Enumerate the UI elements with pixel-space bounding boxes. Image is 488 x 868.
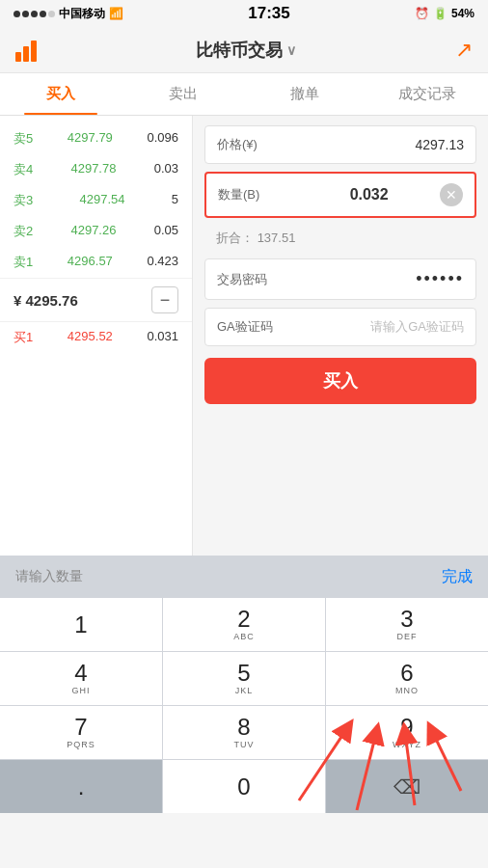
buy-order-1: 买1 4295.52 0.031 [0,322,192,353]
main-content: 卖5 4297.79 0.096 卖4 4297.78 0.03 卖3 4297… [0,116,488,556]
sell3-price: 4297.54 [80,192,125,209]
key-7[interactable]: 7 PQRS [0,706,162,759]
battery-label: 54% [451,7,474,20]
qty-input[interactable] [312,186,389,203]
status-bar: 中国移动 📶 17:35 ⏰ 🔋 54% [0,0,488,27]
key-3[interactable]: 3 DEF [326,598,488,651]
qty-label: 数量(B) [218,186,259,203]
signal-dots [14,11,55,17]
delete-icon: ⌫ [393,775,420,799]
ga-placeholder: 请输入GA验证码 [370,318,464,336]
numeric-keyboard: 1 2 ABC 3 DEF 4 GHI 5 JKL 6 MNO 7 PQRS 8… [0,598,488,813]
price-field-row: 价格(¥) 4297.13 [204,125,476,164]
key-9[interactable]: 9 WXYZ [326,706,488,759]
buy1-price: 4295.52 [68,329,113,346]
discount-label: 折合： [216,231,254,245]
tab-buy[interactable]: 买入 [0,73,122,115]
sell-order-5: 卖5 4297.79 0.096 [0,123,192,154]
sell1-label: 卖1 [14,254,33,271]
keyboard-done-button[interactable]: 完成 [442,567,473,587]
qty-field-row[interactable]: 数量(B) ✕ [204,172,476,218]
key-dot[interactable]: . [0,760,162,813]
sell2-label: 卖2 [14,223,33,240]
trend-icon[interactable]: ↗ [455,38,473,63]
carrier-label: 中国移动 [59,6,105,22]
clear-qty-button[interactable]: ✕ [440,183,463,206]
tab-history[interactable]: 成交记录 [366,73,489,115]
keyboard-hint-bar: 请输入数量 完成 [0,556,488,598]
minus-button[interactable]: − [151,286,178,313]
discount-value: 137.51 [258,231,296,245]
key-8[interactable]: 8 TUV [163,706,325,759]
buy-button-label: 买入 [323,369,358,393]
tab-bar: 买入 卖出 撤单 成交记录 [0,73,488,116]
password-dots: •••••• [416,269,464,289]
keyboard-hint-text: 请输入数量 [15,568,83,585]
ga-label: GA验证码 [217,318,273,336]
buy-button[interactable]: 买入 [204,358,476,404]
sell1-price: 4296.57 [68,254,113,271]
sell-order-4: 卖4 4297.78 0.03 [0,154,192,185]
sell3-qty: 5 [172,192,178,209]
sell5-price: 4297.79 [68,130,113,148]
sell5-qty: 0.096 [147,130,178,148]
price-label: 价格(¥) [217,136,258,153]
key-1[interactable]: 1 [0,598,162,651]
tab-sell[interactable]: 卖出 [122,73,245,115]
battery-icon: 🔋 [433,7,447,20]
chart-icon[interactable] [15,39,37,62]
discount-row: 折合： 137.51 [204,226,476,251]
sell2-price: 4297.26 [70,223,116,240]
header: 比特币交易 ∨ ↗ [0,27,488,73]
key-0[interactable]: 0 [163,760,325,813]
header-chevron[interactable]: ∨ [286,42,296,58]
buy1-label: 买1 [14,329,33,346]
sell5-label: 卖5 [14,130,33,148]
sell4-label: 卖4 [14,161,33,178]
sell1-qty: 0.423 [147,254,178,271]
sell4-qty: 0.03 [154,161,178,178]
sell-order-2: 卖2 4297.26 0.05 [0,216,192,247]
sell4-price: 4297.78 [70,161,116,178]
sell-order-1: 卖1 4296.57 0.423 [0,247,192,278]
order-book: 卖5 4297.79 0.096 卖4 4297.78 0.03 卖3 4297… [0,116,193,556]
sell2-qty: 0.05 [154,223,178,240]
wifi-icon: 📶 [109,7,123,20]
header-title: 比特币交易 ∨ [196,39,296,62]
password-label: 交易密码 [217,271,267,288]
tab-cancel[interactable]: 撤单 [244,73,366,115]
key-4[interactable]: 4 GHI [0,652,162,705]
key-6[interactable]: 6 MNO [326,652,488,705]
status-time: 17:35 [248,4,289,23]
order-form: 价格(¥) 4297.13 数量(B) ✕ 折合： 137.51 交易密码 ••… [193,116,488,556]
ga-field-row[interactable]: GA验证码 请输入GA验证码 [204,308,476,346]
status-left: 中国移动 📶 [14,6,123,22]
key-5[interactable]: 5 JKL [163,652,325,705]
key-delete[interactable]: ⌫ [326,760,488,813]
current-price-value: ¥ 4295.76 [14,292,78,309]
current-price: ¥ 4295.76 [14,292,78,309]
sell-order-3: 卖3 4297.54 5 [0,185,192,216]
current-price-row: ¥ 4295.76 − [0,278,192,322]
sell3-label: 卖3 [14,192,33,209]
status-right: ⏰ 🔋 54% [415,7,474,20]
password-field-row[interactable]: 交易密码 •••••• [204,258,476,300]
header-title-text: 比特币交易 [196,39,283,62]
price-value: 4297.13 [415,137,464,152]
buy1-qty: 0.031 [147,329,178,346]
key-2[interactable]: 2 ABC [163,598,325,651]
alarm-icon: ⏰ [415,7,429,20]
